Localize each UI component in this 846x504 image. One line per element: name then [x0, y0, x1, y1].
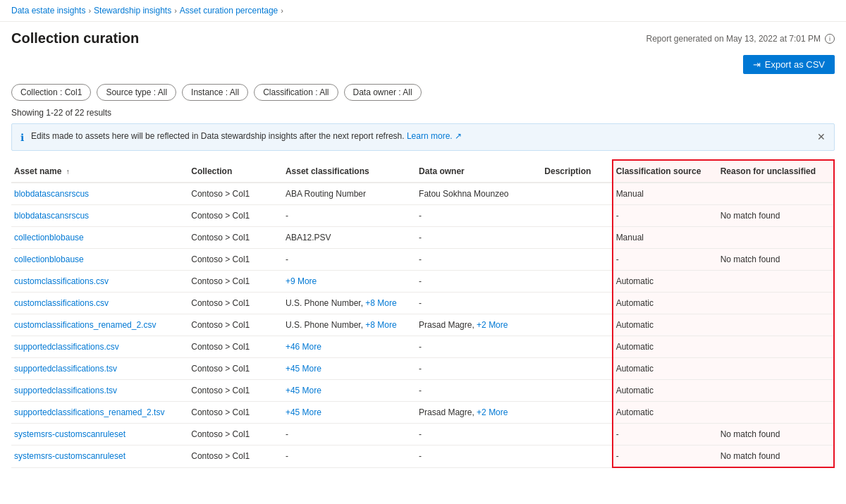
breadcrumb-item-stewardship[interactable]: Stewardship insights: [94, 6, 171, 16]
cell-classification-source: -: [613, 205, 718, 227]
cell-asset-name: collectionblobause: [11, 227, 188, 249]
filter-classification[interactable]: Classification : All: [254, 84, 338, 101]
cell-classifications: -: [283, 205, 416, 227]
cell-asset-name: supportedclassifications.csv: [11, 336, 188, 358]
info-banner-text: Edits made to assets here will be reflec…: [31, 131, 810, 141]
cell-collection: Contoso > Col1: [188, 271, 283, 293]
more-link[interactable]: +8 More: [365, 320, 396, 330]
cell-classification-source: -: [613, 249, 718, 271]
cell-owner: -: [416, 358, 541, 380]
breadcrumb-item-curation[interactable]: Asset curation percentage: [180, 6, 278, 16]
asset-link[interactable]: supportedclassifications_renamed_2.tsv: [14, 407, 164, 417]
more-link[interactable]: +45 More: [286, 407, 321, 417]
more-link[interactable]: +9 More: [286, 276, 317, 286]
cell-description: [541, 336, 612, 358]
cell-collection: Contoso > Col1: [188, 402, 283, 424]
cell-classifications: +45 More: [283, 380, 416, 402]
more-link[interactable]: +8 More: [365, 298, 396, 308]
col-header-reason-unclassified: Reason for unclassified: [718, 160, 834, 183]
cell-description: [541, 183, 612, 205]
cell-reason-unclassified: [718, 227, 834, 249]
cell-classification-source: Automatic: [613, 358, 718, 380]
cell-classification-source: Automatic: [613, 402, 718, 424]
cell-collection: Contoso > Col1: [188, 293, 283, 314]
table-row: collectionblobause Contoso > Col1 - - - …: [11, 249, 834, 271]
table-row: blobdatascansrscus Contoso > Col1 ABA Ro…: [11, 183, 834, 205]
asset-link[interactable]: systemsrs-customscanruleset: [14, 429, 125, 439]
toolbar: ⇥ Export as CSV: [0, 52, 846, 80]
cell-collection: Contoso > Col1: [188, 358, 283, 380]
col-header-data-owner: Data owner: [416, 160, 541, 183]
cell-collection: Contoso > Col1: [188, 183, 283, 205]
table-row: supportedclassifications.tsv Contoso > C…: [11, 358, 834, 380]
table-row: systemsrs-customscanruleset Contoso > Co…: [11, 445, 834, 468]
more-link[interactable]: +46 More: [286, 342, 321, 352]
cell-classifications: +45 More: [283, 402, 416, 424]
asset-link[interactable]: blobdatascansrscus: [14, 211, 89, 221]
asset-link[interactable]: supportedclassifications.tsv: [14, 364, 117, 374]
close-icon[interactable]: ✕: [817, 131, 826, 142]
cell-owner: -: [416, 271, 541, 293]
cell-classification-source: Manual: [613, 227, 718, 249]
cell-classifications: -: [283, 445, 416, 468]
cell-reason-unclassified: [718, 293, 834, 314]
breadcrumb-item-data-estate[interactable]: Data estate insights: [11, 6, 85, 16]
report-date: Report generated on May 13, 2022 at 7:01…: [646, 34, 821, 44]
export-csv-button[interactable]: ⇥ Export as CSV: [743, 55, 835, 74]
cell-reason-unclassified: [718, 358, 834, 380]
assets-table: Asset name ↑ Collection Asset classifica…: [11, 159, 835, 468]
cell-owner: Prasad Magre, +2 More: [416, 402, 541, 424]
cell-collection: Contoso > Col1: [188, 249, 283, 271]
more-link[interactable]: +2 More: [477, 320, 508, 330]
cell-classifications: -: [283, 424, 416, 445]
cell-reason-unclassified: [718, 402, 834, 424]
asset-link[interactable]: collectionblobause: [14, 233, 84, 242]
cell-owner: -: [416, 424, 541, 445]
asset-link[interactable]: collectionblobause: [14, 254, 84, 264]
filters-bar: Collection : Col1 Source type : All Inst…: [0, 80, 846, 105]
asset-link[interactable]: customclassifications.csv: [14, 276, 109, 286]
cell-description: [541, 314, 612, 336]
filter-collection[interactable]: Collection : Col1: [11, 84, 91, 101]
more-link[interactable]: +45 More: [286, 364, 321, 374]
cell-asset-name: customclassifications.csv: [11, 293, 188, 314]
cell-reason-unclassified: No match found: [718, 205, 834, 227]
asset-link[interactable]: supportedclassifications.csv: [14, 342, 119, 352]
info-banner: ℹ Edits made to assets here will be refl…: [11, 123, 835, 151]
cell-description: [541, 380, 612, 402]
cell-collection: Contoso > Col1: [188, 227, 283, 249]
cell-classifications: -: [283, 249, 416, 271]
cell-collection: Contoso > Col1: [188, 380, 283, 402]
cell-reason-unclassified: [718, 271, 834, 293]
table-row: customclassifications_renamed_2.csv Cont…: [11, 314, 834, 336]
asset-link[interactable]: blobdatascansrscus: [14, 189, 89, 199]
col-header-collection: Collection: [188, 160, 283, 183]
cell-classifications: U.S. Phone Number, +8 More: [283, 293, 416, 314]
breadcrumb-sep-1: ›: [88, 6, 91, 15]
cell-collection: Contoso > Col1: [188, 314, 283, 336]
asset-link[interactable]: supportedclassifications.tsv: [14, 386, 117, 395]
cell-collection: Contoso > Col1: [188, 424, 283, 445]
table-row: customclassifications.csv Contoso > Col1…: [11, 271, 834, 293]
col-header-classification-source: Classification source: [613, 160, 718, 183]
filter-data-owner[interactable]: Data owner : All: [344, 84, 422, 101]
filter-instance[interactable]: Instance : All: [182, 84, 248, 101]
cell-description: [541, 358, 612, 380]
cell-description: [541, 424, 612, 445]
banner-learn-more-link[interactable]: Learn more. ↗: [407, 131, 462, 141]
cell-classifications: +9 More: [283, 271, 416, 293]
cell-collection: Contoso > Col1: [188, 445, 283, 468]
cell-description: [541, 205, 612, 227]
cell-asset-name: systemsrs-customscanruleset: [11, 445, 188, 468]
asset-link[interactable]: customclassifications.csv: [14, 298, 109, 308]
cell-owner: Fatou Sokhna Mounzeo: [416, 183, 541, 205]
col-header-asset-name: Asset name ↑: [11, 160, 188, 183]
table-row: collectionblobause Contoso > Col1 ABA12.…: [11, 227, 834, 249]
more-link[interactable]: +2 More: [477, 407, 508, 417]
asset-link[interactable]: customclassifications_renamed_2.csv: [14, 320, 156, 330]
more-link[interactable]: +45 More: [286, 386, 321, 395]
asset-link[interactable]: systemsrs-customscanruleset: [14, 451, 125, 461]
filter-source-type[interactable]: Source type : All: [97, 84, 176, 101]
cell-description: [541, 445, 612, 468]
cell-reason-unclassified: [718, 336, 834, 358]
